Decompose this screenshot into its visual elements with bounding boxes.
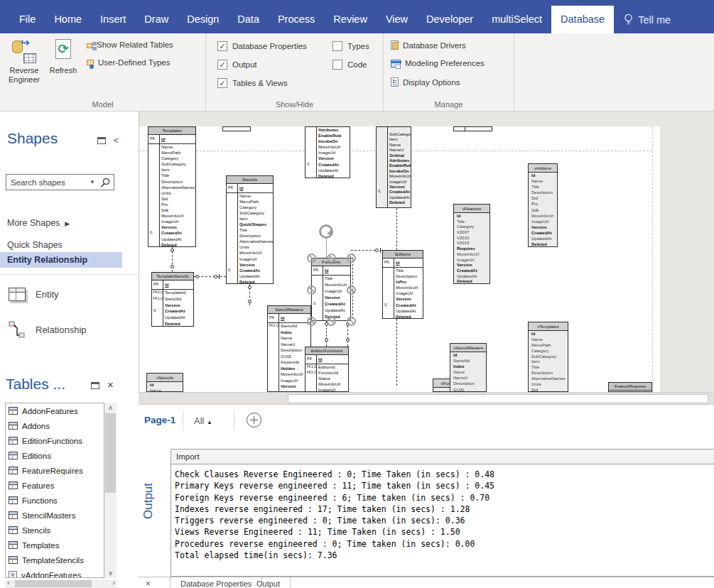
entity-vtemplates[interactable]: vTemplatesIdNameMenuPathCategorySubCateg… — [528, 322, 568, 392]
ribbon-tab-process[interactable]: Process — [269, 6, 324, 33]
add-page-button[interactable] — [247, 413, 261, 428]
scroll-down-icon[interactable]: ∨ — [104, 570, 117, 577]
entity-editions[interactable]: EditionsPKIdTitleDescriptionIsProMoreInf… — [382, 250, 423, 319]
entity-partial[interactable]: SubCategoryItemNameNameUOrdinalAttribute… — [376, 126, 411, 208]
scroll-left-icon[interactable]: ‹ — [7, 578, 10, 587]
unchecked-checkbox-icon[interactable] — [332, 41, 342, 51]
close-output-icon[interactable]: × — [146, 579, 151, 588]
entity-functions[interactable]: FunctionsPKIdTitleMoreInfoUrlImageUrlVer… — [311, 258, 351, 321]
table-list-item-editions[interactable]: Editions — [6, 448, 104, 463]
ribbon-tab-insert[interactable]: Insert — [91, 6, 135, 33]
stencil-entity-relationship[interactable]: Entity Relationship — [0, 252, 122, 268]
ribbon-tab-review[interactable]: Review — [324, 6, 377, 33]
ribbon-tab-database[interactable]: Database — [551, 6, 614, 33]
ribbon-tab-view[interactable]: View — [377, 6, 417, 33]
checkbox-types[interactable]: Types — [332, 41, 369, 51]
scroll-right-icon[interactable]: › — [112, 578, 115, 587]
scroll-up-icon[interactable]: ∧ — [104, 404, 117, 411]
float-window-icon[interactable] — [91, 382, 99, 389]
tab-output[interactable]: Output — [247, 577, 291, 588]
unchecked-checkbox-icon[interactable] — [332, 60, 342, 70]
shape-entity[interactable]: Entity — [9, 288, 59, 301]
column-name: Id — [531, 332, 535, 336]
checked-checkbox-icon[interactable]: ✓ — [217, 41, 227, 51]
entity-partial[interactable] — [222, 126, 251, 131]
table-list-item-addons[interactable]: Addons — [6, 418, 104, 433]
locked-handle-icon[interactable] — [347, 285, 356, 295]
entity-column: Id — [529, 331, 568, 337]
search-dropdown-icon[interactable]: ▼ — [90, 179, 95, 185]
entity-featurerequires[interactable]: FeatureRequires — [608, 382, 652, 392]
entity-vfeatures[interactable]: vFeaturesIdTitleCategoryV2007V2010V2013R… — [453, 204, 490, 284]
checkbox-database-properties[interactable]: ✓Database Properties — [217, 41, 307, 51]
ribbon-tab-home[interactable]: Home — [45, 6, 91, 33]
ribbon-tab-data[interactable]: Data — [228, 6, 269, 33]
entity-templatestencils[interactable]: TemplateStencilsPKIdFK2,I3TemplateIdFK1,… — [151, 272, 194, 327]
table-list-item-editionfunctions[interactable]: EditionFunctions — [6, 433, 104, 448]
rotation-handle-icon[interactable] — [319, 224, 333, 239]
float-window-icon[interactable] — [97, 137, 106, 144]
quick-shapes-link[interactable]: Quick Shapes — [7, 240, 63, 250]
column-name: Sdk — [161, 208, 168, 212]
checkbox-code[interactable]: Code — [332, 60, 367, 70]
checked-checkbox-icon[interactable]: ✓ — [217, 60, 227, 70]
collapse-panel-icon[interactable]: < — [114, 136, 119, 146]
scrollbar-thumb[interactable] — [15, 580, 92, 587]
search-shapes-input[interactable]: Search shapes ▼ — [6, 174, 114, 190]
table-list-item-featurerequires[interactable]: FeatureRequires — [6, 463, 104, 478]
user-defined-types-button[interactable]: User-Defined Types — [87, 58, 170, 67]
ribbon-tab-draw[interactable]: Draw — [135, 6, 178, 33]
checkbox-output[interactable]: ✓Output — [217, 60, 257, 70]
entity-stencils[interactable]: StencilsPKIdNameMenuPathCategorySubCateg… — [226, 175, 274, 284]
checked-checkbox-icon[interactable]: ✓ — [217, 78, 227, 88]
database-drivers-button[interactable]: Database Drivers — [391, 40, 466, 50]
more-shapes-link[interactable]: More Shapes ▶ — [7, 218, 70, 228]
table-list-item-stencilmasters[interactable]: StencilMasters — [6, 508, 104, 523]
locked-handle-icon[interactable] — [307, 254, 316, 263]
page-tab-page1[interactable]: Page-1 — [144, 415, 175, 425]
table-list-item-features[interactable]: Features — [6, 478, 104, 493]
tell-me[interactable]: Tell me — [624, 6, 671, 33]
checkbox-tables-views[interactable]: ✓Tables & Views — [217, 78, 288, 88]
ribbon-tab-multiselect[interactable]: multiSelect — [482, 6, 551, 33]
locked-handle-icon[interactable] — [307, 285, 316, 295]
table-list-item-functions[interactable]: Functions — [6, 493, 104, 508]
tables-scrollbar-vertical[interactable]: ∧ ∨ — [104, 403, 117, 578]
all-pages-button[interactable]: All ▲ — [194, 415, 212, 426]
entity-vstencilmasters[interactable]: vStencilMastersIdStencilIdIndexNameNameU… — [450, 343, 487, 392]
tables-scrollbar-horizontal[interactable]: ‹ › — [5, 579, 117, 588]
drawing-canvas[interactable]: TemplatesPKIdNameMenuPathCategorySubCate… — [139, 111, 714, 392]
entity-vstencils[interactable]: vStencilsIdName — [146, 373, 183, 392]
reverse-engineer-button[interactable]: ↪ Reverse Engineer — [4, 39, 44, 85]
tables-list[interactable]: AddonFeaturesAddonsEditionFunctionsEditi… — [5, 403, 104, 578]
ribbon-tab-design[interactable]: Design — [178, 6, 228, 33]
entity-editionfunctions[interactable]: EditionFunctionsPKIdFK1,I2EditionIdFK2,I… — [305, 347, 349, 392]
entity-templates[interactable]: TemplatesPKIdNameMenuPathCategorySubCate… — [148, 126, 196, 247]
close-panel-icon[interactable]: × — [107, 379, 114, 391]
display-options-button[interactable]: Display Options — [391, 77, 460, 87]
table-list-item-vaddonfeatures[interactable]: VvAddonFeatures — [6, 567, 104, 578]
table-list-item-templates[interactable]: Templates — [6, 538, 104, 552]
locked-handle-icon[interactable] — [307, 317, 316, 326]
table-list-item-stencils[interactable]: Stencils — [6, 523, 104, 538]
entity-column: I1CreatedAt — [383, 303, 423, 308]
canvas-scrollbar-horizontal[interactable] — [139, 392, 714, 405]
locked-handle-icon[interactable] — [327, 317, 336, 326]
table-list-item-addonfeatures[interactable]: AddonFeatures — [6, 403, 104, 418]
entity-partial[interactable] — [453, 126, 492, 131]
locked-handle-icon[interactable] — [347, 254, 356, 263]
shape-relationship[interactable]: Relationship — [9, 321, 87, 338]
modeling-preferences-button[interactable]: Modeling Preferences — [391, 59, 485, 67]
ribbon-tab-file[interactable]: File — [10, 6, 45, 33]
show-related-tables-button[interactable]: Show Related Tables — [87, 40, 173, 49]
locked-handle-icon[interactable] — [347, 317, 356, 326]
scrollbar-thumb[interactable] — [105, 413, 116, 493]
search-icon[interactable] — [99, 177, 111, 188]
refresh-button[interactable]: ⟳ Refresh — [45, 39, 81, 75]
table-list-item-templatestencils[interactable]: TemplateStencils — [6, 552, 104, 567]
ribbon-tab-developer[interactable]: Developer — [417, 6, 482, 33]
entity-partial[interactable]: AttributesEnableRuleInvokeOnMoreInfoUrlI… — [305, 126, 350, 178]
entity-vaddons[interactable]: vAddonsIdNameTitleDescriptionStdProSdkMo… — [528, 163, 558, 247]
locked-handle-icon[interactable] — [327, 254, 336, 263]
scrollbar-thumb[interactable] — [288, 394, 708, 403]
